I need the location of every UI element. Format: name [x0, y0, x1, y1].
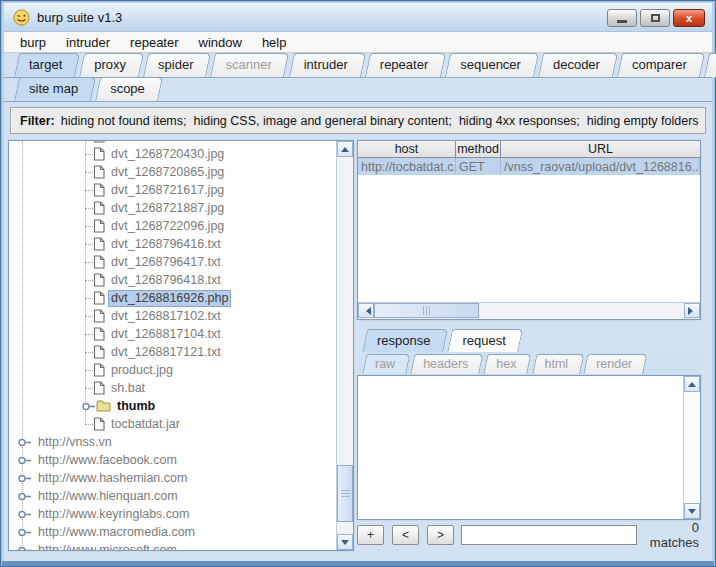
scrollbar-thumb[interactable] — [337, 465, 353, 522]
tree-node[interactable]: dvt_1268817104.txt — [9, 325, 336, 343]
main-tab[interactable]: proxy — [79, 53, 139, 77]
main-tab[interactable]: repeater — [365, 53, 441, 77]
format-tab[interactable]: hex — [483, 354, 527, 375]
message-tab[interactable]: request — [447, 329, 518, 353]
tree-node[interactable]: dvt_1268816926.php — [9, 289, 336, 307]
close-button[interactable]: x — [673, 9, 705, 27]
format-tab[interactable]: render — [583, 354, 643, 375]
tree-collapsed-handle-icon[interactable] — [17, 473, 32, 484]
tree-node[interactable]: http://vnss.vn — [9, 433, 336, 451]
arrow-down-icon — [341, 540, 349, 545]
tree-node[interactable]: tocbatdat.jar — [9, 415, 336, 433]
response-text-area[interactable] — [357, 375, 701, 520]
tree-collapsed-handle-icon[interactable] — [17, 509, 32, 520]
column-header-url[interactable]: URL — [501, 141, 700, 157]
tree-node[interactable]: http://www.macromedia.com — [9, 523, 336, 541]
sub-tab[interactable]: site map — [14, 77, 91, 101]
format-tab[interactable]: headers — [410, 354, 479, 375]
tree-node-label: dvt_1268722096.jpg — [109, 219, 226, 234]
response-vertical-scrollbar[interactable] — [683, 376, 700, 519]
minimize-button[interactable] — [607, 9, 637, 27]
search-nav-button[interactable]: > — [427, 525, 454, 545]
tree-node[interactable]: dvt_1268720430.jpg — [9, 145, 336, 163]
tree-node[interactable]: http://www.microsoft.com — [9, 541, 336, 551]
tree-node-label: http://www.facebook.com — [36, 453, 179, 468]
scroll-left-button[interactable] — [358, 303, 374, 318]
tree-node[interactable]: dvt_1268796416.txt — [9, 235, 336, 253]
main-tab[interactable]: scanner — [210, 53, 284, 77]
tree-collapsed-handle-icon[interactable] — [17, 437, 32, 448]
sub-tab[interactable]: scope — [95, 77, 158, 101]
tree-node[interactable]: dvt_1268817102.txt — [9, 307, 336, 325]
main-tab[interactable]: decoder — [538, 53, 613, 77]
table-row[interactable]: http://tocbatdat.c... GET /vnss_raovat/u… — [358, 158, 700, 175]
target-sub-tab-bar: site mapscope — [4, 78, 712, 102]
main-tab[interactable]: spider — [143, 53, 206, 77]
menu-item[interactable]: window — [189, 35, 252, 50]
tree-node[interactable]: dvt_1268722096.jpg — [9, 217, 336, 235]
filter-description: hiding not found items; hiding CSS, imag… — [61, 114, 699, 128]
maximize-button[interactable] — [640, 9, 670, 27]
filter-bar[interactable]: Filter: hiding not found items; hiding C… — [10, 107, 706, 134]
tree-node[interactable]: dvt_1268817121.txt — [9, 343, 336, 361]
tree-node-label: tocbatdat.jar — [109, 417, 182, 432]
tree-node[interactable]: http://www.facebook.com — [9, 451, 336, 469]
tree-node[interactable]: product.jpg — [9, 361, 336, 379]
main-tab[interactable]: target — [14, 53, 75, 77]
format-tab[interactable]: html — [532, 354, 580, 375]
search-nav-button[interactable]: < — [392, 525, 419, 545]
tree-collapsed-handle-icon[interactable] — [17, 455, 32, 466]
menu-item[interactable]: intruder — [56, 35, 120, 50]
column-header-host[interactable]: host — [358, 141, 456, 157]
arrow-left-icon — [362, 307, 371, 315]
column-header-method[interactable]: method — [456, 141, 501, 157]
tree-node-label: thumb — [115, 399, 157, 414]
main-tab[interactable]: comparer — [617, 53, 700, 77]
scroll-right-button[interactable] — [684, 303, 700, 318]
tree-node[interactable]: http://www.hashemian.com — [9, 469, 336, 487]
scroll-up-button[interactable] — [337, 141, 353, 157]
tree-collapsed-handle-icon[interactable] — [17, 491, 32, 502]
main-tab[interactable]: intruder — [289, 53, 361, 77]
message-tab[interactable]: response — [362, 329, 443, 353]
main-tab[interactable]: options — [704, 53, 716, 77]
file-icon — [93, 219, 105, 233]
file-icon — [93, 291, 105, 305]
menu-item[interactable]: repeater — [120, 35, 188, 50]
tree-node[interactable]: dvt_1268796418.txt — [9, 271, 336, 289]
tree-collapsed-handle-icon[interactable] — [81, 401, 96, 412]
tree-node[interactable]: dvt_1268721887.jpg — [9, 199, 336, 217]
scroll-up-button[interactable] — [684, 376, 700, 392]
main-tab[interactable]: sequencer — [445, 53, 534, 77]
search-input[interactable] — [461, 525, 637, 545]
tree-node-label: dvt_1268817104.txt — [109, 327, 223, 342]
table-horizontal-scrollbar[interactable] — [358, 302, 700, 319]
tree-node-label: dvt_1268796417.txt — [109, 255, 223, 270]
tree-node-label: http://www.microsoft.com — [36, 543, 179, 552]
tree-node[interactable]: thumb — [9, 397, 336, 415]
search-nav-button[interactable]: + — [357, 525, 384, 545]
tree-node-label: http://vnss.vn — [36, 435, 114, 450]
format-tab[interactable]: raw — [362, 354, 406, 375]
tree-node[interactable]: dvt_1268796417.txt — [9, 253, 336, 271]
tree-node[interactable]: http://www.keyringlabs.com — [9, 505, 336, 523]
tree-node[interactable]: dvt_1268721617.jpg — [9, 181, 336, 199]
tree-collapsed-handle-icon[interactable] — [17, 527, 32, 538]
tree-node[interactable]: http://www.hienquan.com — [9, 487, 336, 505]
folder-icon — [96, 400, 111, 412]
scroll-down-button[interactable] — [684, 503, 700, 519]
cell-url: /vnss_raovat/upload/dvt_1268816... — [501, 158, 700, 175]
menu-item[interactable]: help — [252, 35, 297, 50]
scrollbar-thumb[interactable] — [374, 303, 479, 318]
tree-node[interactable]: dvt_1268720865.jpg — [9, 163, 336, 181]
burp-suite-window: burp suite v1.3 x burpintruderrepeaterwi… — [0, 0, 716, 567]
scroll-down-button[interactable] — [337, 534, 353, 550]
tree-node[interactable]: sh.bat — [9, 379, 336, 397]
title-bar: burp suite v1.3 x — [4, 3, 712, 32]
file-icon — [93, 140, 105, 143]
tree-node-label: dvt_1268796418.txt — [109, 273, 223, 288]
tree-collapsed-handle-icon[interactable] — [17, 545, 32, 552]
tree-node-label: http://www.macromedia.com — [36, 525, 197, 540]
tree-vertical-scrollbar[interactable] — [336, 141, 353, 550]
menu-item[interactable]: burp — [10, 35, 56, 50]
